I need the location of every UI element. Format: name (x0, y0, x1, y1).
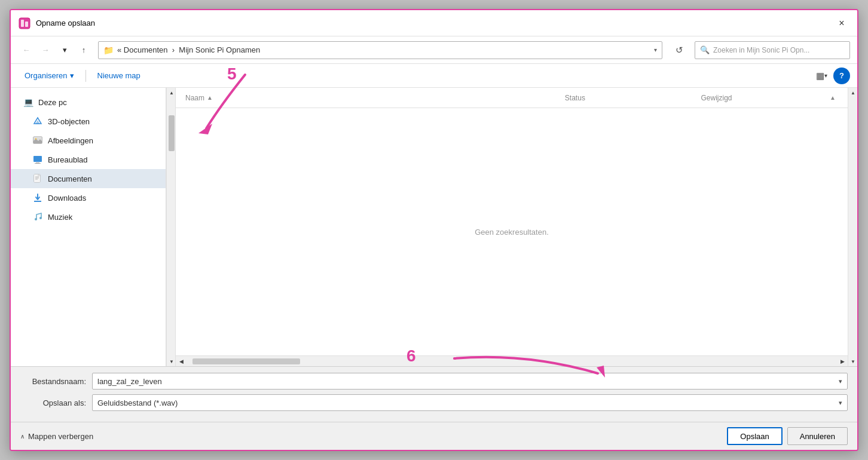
sidebar-item-label: Deze pc (38, 98, 67, 107)
col-status-label: Status (565, 94, 585, 102)
refresh-button[interactable]: ↺ (671, 42, 687, 59)
view-options-button[interactable]: ▦ ▾ (813, 68, 830, 84)
empty-message: Geen zoekresultaten. (176, 108, 848, 355)
hscroll-thumb[interactable] (192, 358, 300, 364)
sidebar-scroll-thumb (169, 115, 175, 151)
sidebar-item-bureaublad[interactable]: Bureaublad (11, 150, 166, 169)
view-icon: ▦ (816, 70, 824, 81)
new-folder-label: Nieuwe map (97, 71, 140, 80)
sidebar-item-label: Muziek (48, 213, 72, 222)
organize-dropdown-icon: ▾ (70, 71, 74, 80)
sidebar-item-deze-pc[interactable]: 💻 Deze pc (11, 93, 166, 112)
new-folder-button[interactable]: Nieuwe map (91, 68, 147, 84)
close-button[interactable]: × (833, 15, 850, 32)
forward-button[interactable]: → (37, 42, 54, 59)
filetype-input[interactable]: Geluidsbestand (*.wav) ▾ (92, 394, 848, 411)
sidebar-item-downloads[interactable]: Downloads (11, 188, 166, 207)
file-vscroll-track (848, 97, 857, 357)
svg-rect-1 (21, 20, 24, 27)
music-icon (32, 211, 43, 222)
svg-rect-9 (33, 156, 42, 162)
sidebar-item-label: Downloads (48, 194, 86, 203)
up-button[interactable]: ↑ (75, 42, 92, 59)
sidebar-item-3d-objecten[interactable]: 3D-objecten (11, 112, 166, 131)
sidebar-item-label: Documenten (48, 174, 92, 183)
sidebar-vscroll: ▲ ▼ (166, 88, 176, 366)
organize-button[interactable]: Organiseren ▾ (18, 68, 81, 84)
filename-row: Bestandsnaam: lang_zal_ze_leven ▾ (20, 373, 848, 390)
3d-icon (32, 116, 43, 127)
address-bar[interactable]: 📁 « Documenten › Mijn Sonic Pi Opnamen ▾ (98, 41, 662, 59)
file-vscroll-up[interactable]: ▲ (848, 88, 857, 97)
sidebar-item-label: Bureaublad (48, 155, 88, 164)
svg-rect-17 (38, 174, 40, 176)
col-sort-right: ▲ (830, 94, 848, 101)
svg-rect-11 (35, 163, 41, 164)
svg-rect-0 (19, 18, 30, 29)
save-button[interactable]: Opslaan (727, 427, 782, 445)
action-buttons: Opslaan Annuleren (727, 427, 848, 445)
folders-toggle-label: Mappen verbergen (28, 432, 93, 441)
toolbar-right: ▦ ▾ ? (813, 68, 850, 84)
hscroll-left-button[interactable]: ◀ (176, 356, 187, 367)
sidebar-scroll-track (167, 97, 175, 357)
file-area-vscroll: ▲ ▼ (848, 88, 857, 366)
file-area: Naam ▲ Status Gewijzigd ▲ Geen zoekresul… (176, 88, 848, 366)
folder-icon: 📁 (103, 45, 114, 55)
cancel-button[interactable]: Annuleren (787, 427, 848, 445)
sidebar-scroll-down[interactable]: ▼ (167, 357, 176, 366)
sidebar-item-label: Afbeeldingen (48, 136, 93, 145)
sort-arrow-up: ▲ (207, 94, 213, 101)
title-bar: Opname opslaan × (11, 10, 857, 36)
address-dropdown-icon: ▾ (654, 47, 657, 53)
filename-input[interactable]: lang_zal_ze_leven ▾ (92, 373, 848, 390)
history-dropdown-button[interactable]: ▾ (56, 42, 73, 59)
dialog-title: Opname opslaan (36, 19, 833, 27)
images-icon (32, 135, 43, 146)
documenten-icon (32, 173, 43, 184)
empty-text: Geen zoekresultaten. (475, 228, 549, 237)
svg-point-8 (35, 138, 36, 139)
sidebar-item-muziek[interactable]: Muziek (11, 207, 166, 226)
navigation-bar: ← → ▾ ↑ 📁 « Documenten › Mijn Sonic Pi O… (11, 36, 857, 64)
search-icon: 🔍 (700, 45, 710, 54)
downloads-icon (32, 192, 43, 203)
file-vscroll-down[interactable]: ▼ (848, 357, 857, 366)
svg-rect-2 (25, 22, 28, 27)
sidebar-item-label: 3D-objecten (48, 117, 90, 126)
folders-toggle[interactable]: ∧ Mappen verbergen (20, 432, 93, 441)
hscroll-track (187, 358, 837, 364)
filetype-row: Opslaan als: Geluidsbestand (*.wav) ▾ (20, 394, 848, 411)
search-placeholder-text: Zoeken in Mijn Sonic Pi Opn... (713, 46, 809, 54)
filetype-label: Opslaan als: (20, 398, 92, 407)
toggle-chevron-icon: ∧ (20, 433, 25, 440)
toolbar-separator (85, 70, 86, 82)
col-header-status[interactable]: Status (558, 94, 694, 102)
filename-value: lang_zal_ze_leven (97, 377, 162, 386)
help-button[interactable]: ? (833, 68, 850, 84)
bottom-actions: ∧ Mappen verbergen Opslaan Annuleren (11, 422, 857, 450)
svg-point-20 (39, 217, 42, 219)
toolbar: Organiseren ▾ Nieuwe map ▦ ▾ ? (11, 64, 857, 88)
col-name-label: Naam (185, 94, 204, 102)
search-bar[interactable]: 🔍 Zoeken in Mijn Sonic Pi Opn... (695, 41, 850, 59)
sidebar-scroll-up[interactable]: ▲ (167, 88, 176, 97)
sidebar-item-documenten[interactable]: Documenten (11, 169, 166, 188)
save-dialog: Opname opslaan × ← → ▾ ↑ 📁 « Documenten … (10, 9, 858, 451)
filename-dropdown-icon: ▾ (839, 378, 842, 385)
sidebar-item-afbeeldingen[interactable]: Afbeeldingen (11, 131, 166, 150)
horizontal-scrollbar: ◀ ▶ (176, 355, 848, 366)
hscroll-right-button[interactable]: ▶ (837, 356, 848, 367)
app-icon (18, 17, 31, 30)
back-button[interactable]: ← (18, 42, 35, 59)
sort-arrow-right: ▲ (830, 94, 836, 101)
view-dropdown-icon: ▾ (824, 72, 827, 79)
col-header-name[interactable]: Naam ▲ (176, 94, 558, 102)
filename-label: Bestandsnaam: (20, 377, 92, 386)
desktop-icon (32, 154, 43, 165)
column-headers: Naam ▲ Status Gewijzigd ▲ (176, 88, 848, 108)
col-modified-label: Gewijzigd (701, 94, 732, 102)
filetype-dropdown-icon: ▾ (839, 399, 842, 407)
col-header-modified[interactable]: Gewijzigd (693, 94, 830, 102)
organize-label: Organiseren (25, 71, 68, 80)
